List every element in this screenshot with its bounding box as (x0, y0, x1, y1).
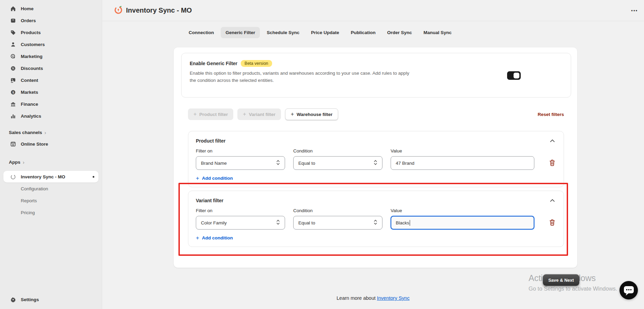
sidebar-section-apps[interactable]: Apps › (0, 156, 102, 168)
sidebar-item-label: Home (21, 6, 34, 11)
chevron-right-icon: › (23, 159, 25, 165)
sidebar-subitem-pricing[interactable]: Pricing (3, 207, 98, 218)
tab-publication[interactable]: Publication (346, 27, 380, 38)
sidebar-subitem-reports[interactable]: Reports (3, 195, 98, 206)
variant-condition-select[interactable]: Equal to (293, 216, 382, 230)
app-window: Home Orders Products Customers Marketing… (0, 0, 644, 309)
sidebar-item-label: Content (21, 78, 38, 83)
delete-product-filter-button[interactable] (549, 159, 556, 167)
sidebar-item-label: Online Store (21, 142, 48, 147)
marketing-icon (10, 54, 16, 59)
sidebar-item-orders[interactable]: Orders (3, 15, 98, 26)
product-filter-title: Product filter (196, 138, 225, 144)
filter-on-label: Filter on (196, 208, 285, 213)
plus-icon: + (243, 112, 246, 117)
sidebar-item-marketing[interactable]: Marketing (3, 50, 98, 62)
generic-filter-panel: Enable Generic Filter Beta version Enabl… (174, 47, 577, 268)
analytics-icon (10, 113, 16, 119)
plus-icon: + (196, 175, 199, 181)
sidebar-item-label: Orders (21, 18, 36, 23)
product-add-condition-link[interactable]: + Add condition (196, 175, 556, 181)
product-filter-card: Product filter Filter on Brand Name Cond… (188, 131, 564, 187)
select-stepper-icon (276, 160, 280, 166)
sidebar-item-label: Discounts (21, 66, 43, 71)
save-and-next-button[interactable]: Save & Next (543, 274, 579, 286)
collapse-chevron-up-icon[interactable] (549, 138, 556, 144)
select-stepper-icon (276, 219, 280, 226)
sidebar-item-label: Marketing (21, 54, 43, 59)
sidebar-item-settings[interactable]: Settings (3, 294, 98, 305)
sidebar-subitem-configuration[interactable]: Configuration (3, 183, 98, 194)
sidebar-section-sales-channels[interactable]: Sales channels › (0, 127, 102, 138)
delete-variant-filter-button[interactable] (549, 219, 556, 226)
page-title: Inventory Sync - MO (126, 6, 192, 14)
beta-version-badge: Beta version (241, 60, 272, 67)
product-value-input[interactable]: 47 Brand (391, 156, 534, 170)
sidebar-item-label: Settings (21, 297, 39, 302)
tab-price-update[interactable]: Price Update (306, 27, 344, 38)
sidebar-item-markets[interactable]: $ Markets (3, 86, 98, 98)
customers-icon (10, 42, 16, 47)
home-icon (10, 6, 16, 12)
condition-label: Condition (293, 208, 382, 213)
enable-filter-description: Enable this option to filter products, v… (190, 70, 414, 84)
filter-toolbar: + Product filter + Variant filter + Ware… (188, 108, 564, 120)
sidebar-item-finance[interactable]: Finance (3, 98, 98, 110)
plus-icon: + (196, 235, 199, 241)
enable-generic-filter-card: Enable Generic Filter Beta version Enabl… (181, 53, 571, 98)
tab-schedule-sync[interactable]: Schedule Sync (262, 27, 304, 38)
sidebar-item-customers[interactable]: Customers (3, 39, 98, 50)
sidebar-item-label: Products (21, 30, 41, 35)
sidebar: Home Orders Products Customers Marketing… (0, 0, 102, 309)
plus-icon: + (193, 112, 197, 117)
sidebar-item-label: Customers (21, 42, 45, 47)
storefront-icon (10, 141, 16, 147)
sidebar-item-inventory-sync-app[interactable]: Inventory Sync - MO (3, 171, 98, 182)
product-condition-select[interactable]: Equal to (293, 156, 382, 170)
inventory-sync-link[interactable]: Inventory Sync (377, 295, 410, 301)
markets-icon: $ (10, 89, 16, 95)
sidebar-item-products[interactable]: Products (3, 27, 98, 38)
app-logo-icon (114, 5, 123, 16)
sidebar-item-label: Markets (21, 90, 38, 95)
orders-icon (10, 18, 16, 24)
variant-filter-on-select[interactable]: Color Family (196, 216, 285, 230)
value-label: Value (391, 148, 534, 153)
add-warehouse-filter-button[interactable]: + Warehouse filter (285, 108, 339, 120)
finance-icon (10, 101, 16, 107)
svg-text:$: $ (12, 90, 14, 94)
content-icon (10, 77, 16, 83)
chevron-right-icon: › (45, 130, 46, 135)
plus-icon: + (291, 112, 294, 117)
variant-add-condition-link[interactable]: + Add condition (196, 235, 556, 241)
products-icon (10, 30, 16, 35)
more-menu-button[interactable]: ••• (628, 6, 638, 14)
app-header: Inventory Sync - MO ••• (102, 0, 644, 21)
reset-filters-link[interactable]: Reset filters (538, 112, 564, 117)
tab-connection[interactable]: Connection (184, 27, 219, 38)
sidebar-item-online-store[interactable]: Online Store (3, 138, 98, 150)
tab-manual-sync[interactable]: Manual Sync (419, 27, 456, 38)
sidebar-item-label: Inventory Sync - MO (21, 174, 65, 179)
enable-filter-toggle[interactable] (507, 71, 521, 80)
value-label: Value (391, 208, 534, 213)
filter-on-label: Filter on (196, 148, 285, 153)
sidebar-item-analytics[interactable]: Analytics (3, 110, 98, 122)
sidebar-item-content[interactable]: Content (3, 74, 98, 86)
gear-icon (10, 297, 16, 303)
footer: Learn more about Inventory Sync (102, 295, 644, 301)
variant-value-input[interactable]: Blacks (391, 216, 534, 230)
product-filter-on-select[interactable]: Brand Name (196, 156, 285, 170)
toggle-knob (514, 73, 519, 78)
select-stepper-icon (374, 160, 377, 166)
sidebar-item-home[interactable]: Home (3, 3, 98, 14)
condition-label: Condition (293, 148, 382, 153)
collapse-chevron-up-icon[interactable] (549, 197, 556, 203)
tab-generic-filter[interactable]: Generic Filter (221, 27, 260, 38)
text-cursor (410, 220, 410, 226)
tab-order-sync[interactable]: Order Sync (382, 27, 417, 38)
sidebar-item-discounts[interactable]: Discounts (3, 62, 98, 74)
variant-filter-card: Variant filter Filter on Color Family Co… (188, 191, 564, 247)
chat-widget-button[interactable] (619, 281, 638, 299)
chat-bubble-icon (619, 281, 638, 299)
